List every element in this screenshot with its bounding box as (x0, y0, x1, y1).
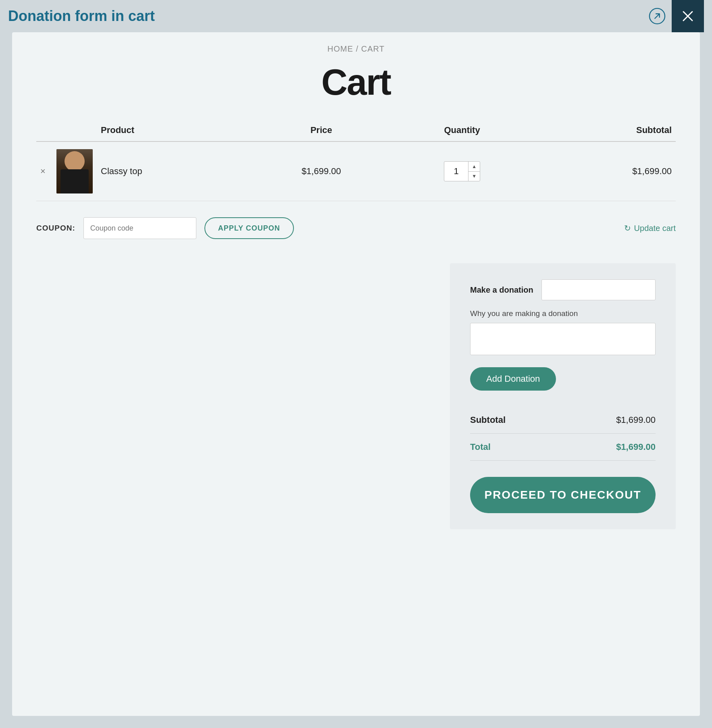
cart-totals-panel: Make a donation Why you are making a don… (450, 263, 676, 529)
subtotal-label: Subtotal (470, 407, 558, 434)
top-bar-actions (643, 0, 704, 32)
quantity-up-button[interactable]: ▲ (468, 162, 480, 172)
total-row: Total $1,699.00 (470, 434, 656, 461)
product-image (56, 149, 93, 193)
main-content: HOME / CART Cart Product Price Quantity … (12, 32, 700, 716)
remove-item-button[interactable]: × (40, 166, 46, 177)
col-subtotal-header: Subtotal (530, 119, 676, 141)
page-title-bar: Donation form in cart (8, 8, 155, 25)
quantity-down-button[interactable]: ▼ (468, 172, 480, 181)
quantity-stepper[interactable]: 1 ▲ ▼ (444, 161, 480, 181)
col-price-header: Price (248, 119, 394, 141)
product-thumbnail (56, 149, 93, 193)
make-donation-label: Make a donation (470, 285, 533, 295)
checkout-button[interactable]: PROCEED TO CHECKOUT (470, 477, 656, 513)
table-row: × Classy top $1,699.00 1 ▲ ▼ (36, 141, 676, 201)
top-bar: Donation form in cart (0, 0, 712, 32)
product-subtotal: $1,699.00 (530, 141, 676, 201)
subtotal-value: $1,699.00 (558, 407, 656, 434)
cart-page-title: Cart (36, 62, 676, 103)
col-image-header (52, 119, 97, 141)
cart-table: Product Price Quantity Subtotal × Classy… (36, 119, 676, 201)
total-label: Total (470, 434, 558, 461)
product-name: Classy top (97, 141, 248, 201)
bottom-section: Make a donation Why you are making a don… (36, 263, 676, 529)
donation-reason-label: Why you are making a donation (470, 309, 656, 318)
col-remove-header (36, 119, 52, 141)
close-button[interactable] (672, 0, 704, 32)
breadcrumb: HOME / CART (36, 44, 676, 54)
update-cart-button[interactable]: ↻ Update cart (624, 223, 676, 233)
totals-table: Subtotal $1,699.00 Total $1,699.00 (470, 407, 656, 461)
donation-amount-input[interactable] (541, 279, 656, 300)
col-product-header: Product (97, 119, 248, 141)
donation-reason-section: Why you are making a donation (470, 309, 656, 367)
col-qty-header: Quantity (394, 119, 530, 141)
coupon-left: COUPON: APPLY COUPON (36, 217, 294, 239)
coupon-section: COUPON: APPLY COUPON ↻ Update cart (36, 213, 676, 243)
quantity-value: 1 (444, 166, 468, 177)
add-donation-button[interactable]: Add Donation (470, 367, 556, 391)
coupon-input[interactable] (83, 217, 196, 239)
subtotal-row: Subtotal $1,699.00 (470, 407, 656, 434)
update-cart-label: Update cart (634, 224, 676, 233)
external-link-button[interactable] (643, 0, 672, 32)
refresh-icon: ↻ (624, 223, 631, 233)
coupon-label: COUPON: (36, 224, 75, 233)
quantity-arrows: ▲ ▼ (468, 162, 480, 181)
total-value: $1,699.00 (558, 434, 656, 461)
bottom-left (36, 263, 450, 529)
donation-reason-input[interactable] (470, 323, 656, 355)
apply-coupon-button[interactable]: APPLY COUPON (204, 217, 294, 239)
donation-amount-row: Make a donation (470, 279, 656, 300)
product-price: $1,699.00 (248, 141, 394, 201)
